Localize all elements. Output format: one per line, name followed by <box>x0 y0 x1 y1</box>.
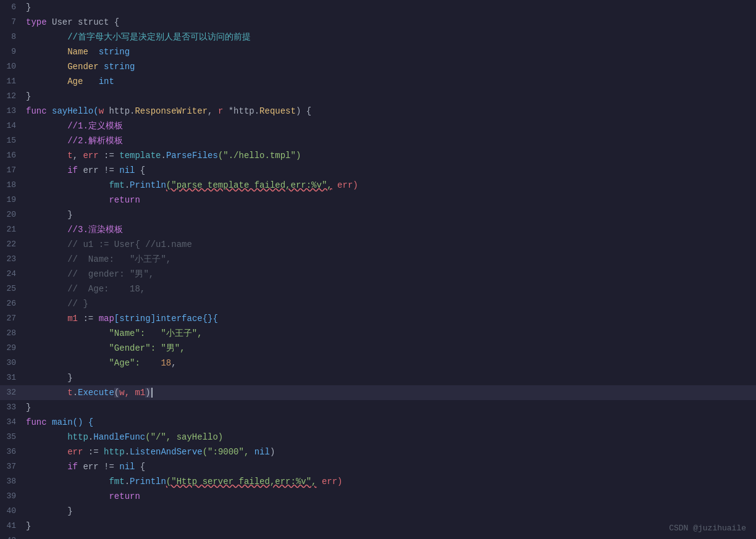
line-number: 19 <box>0 193 26 207</box>
code-line: 20 } <box>0 207 756 222</box>
line-number: 23 <box>0 252 26 267</box>
code-line: 23 // Name: "小王子", <box>0 252 756 267</box>
line-content: func main() { <box>26 415 756 430</box>
line-content: //2.解析模板 <box>26 133 756 148</box>
line-content: } <box>26 207 756 222</box>
line-content: // Age: 18, <box>26 282 756 296</box>
line-content: } <box>26 89 756 104</box>
line-content: // Name: "小王子", <box>26 252 756 267</box>
line-number: 11 <box>0 74 26 89</box>
code-line: 27 m1 := map[string]interface{}{ <box>0 311 756 326</box>
code-line: 12} <box>0 89 756 104</box>
code-line: 9 Name string <box>0 44 756 59</box>
line-number: 38 <box>0 474 26 489</box>
line-content: if err != nil { <box>26 459 756 474</box>
line-content: type User struct { <box>26 15 756 30</box>
line-content: } <box>26 370 756 385</box>
line-number: 20 <box>0 207 26 222</box>
line-number: 9 <box>0 44 26 59</box>
line-content: Name string <box>26 44 756 59</box>
code-line: 8 //首字母大小写是决定别人是否可以访问的前提 <box>0 30 756 44</box>
code-line: 15 //2.解析模板 <box>0 133 756 148</box>
code-line: 6} <box>0 0 756 15</box>
code-line: 31 } <box>0 370 756 385</box>
line-number: 29 <box>0 341 26 356</box>
line-number: 41 <box>0 519 26 533</box>
line-number: 12 <box>0 89 26 104</box>
line-number: 25 <box>0 282 26 296</box>
code-line: 33} <box>0 400 756 415</box>
code-line: 25 // Age: 18, <box>0 282 756 296</box>
line-content: //3.渲染模板 <box>26 222 756 237</box>
line-content: "Name": "小王子", <box>26 326 756 341</box>
line-content: } <box>26 519 756 533</box>
line-number: 39 <box>0 489 26 504</box>
line-number: 27 <box>0 311 26 326</box>
code-line: 32 t.Execute(w, m1) <box>0 385 756 400</box>
code-line: 13func sayHello(w http.ResponseWriter, r… <box>0 104 756 119</box>
line-number: 8 <box>0 30 26 44</box>
line-content: t, err := template.ParseFiles("./hello.t… <box>26 148 756 163</box>
code-line: 10 Gender string <box>0 59 756 74</box>
line-content: err := http.ListenAndServe(":9000", nil) <box>26 445 756 459</box>
line-number: 36 <box>0 445 26 459</box>
line-number: 35 <box>0 430 26 445</box>
line-number: 40 <box>0 504 26 519</box>
code-line: 37 if err != nil { <box>0 459 756 474</box>
watermark: CSDN @juzihuaile <box>669 524 746 533</box>
line-number: 17 <box>0 163 26 178</box>
code-line: 21 //3.渲染模板 <box>0 222 756 237</box>
code-line: 16 t, err := template.ParseFiles("./hell… <box>0 148 756 163</box>
code-line: 36 err := http.ListenAndServe(":9000", n… <box>0 445 756 459</box>
line-number: 16 <box>0 148 26 163</box>
line-content: fmt.Println("Http server failed,err:%v",… <box>26 474 756 489</box>
code-line: 28 "Name": "小王子", <box>0 326 756 341</box>
code-editor: 6}7type User struct {8 //首字母大小写是决定别人是否可以… <box>0 0 756 539</box>
line-content: return <box>26 193 756 207</box>
line-number: 22 <box>0 237 26 252</box>
line-number: 15 <box>0 133 26 148</box>
code-line: 30 "Age": 18, <box>0 356 756 370</box>
line-content: // } <box>26 296 756 311</box>
line-number: 32 <box>0 385 26 400</box>
line-content: //1.定义模板 <box>26 119 756 133</box>
line-content: // gender: "男", <box>26 267 756 282</box>
line-number: 26 <box>0 296 26 311</box>
line-number: 21 <box>0 222 26 237</box>
line-content: // u1 := User{ //u1.name <box>26 237 756 252</box>
line-content: m1 := map[string]interface{}{ <box>26 311 756 326</box>
line-content: http.HandleFunc("/", sayHello) <box>26 430 756 445</box>
line-number: 18 <box>0 178 26 193</box>
line-number: 33 <box>0 400 26 415</box>
line-number: 14 <box>0 119 26 133</box>
line-content: } <box>26 504 756 519</box>
code-line: 11 Age int <box>0 74 756 89</box>
code-line: 22 // u1 := User{ //u1.name <box>0 237 756 252</box>
code-line: 34func main() { <box>0 415 756 430</box>
code-line: 40 } <box>0 504 756 519</box>
line-content: t.Execute(w, m1) <box>26 385 756 400</box>
code-line: 35 http.HandleFunc("/", sayHello) <box>0 430 756 445</box>
code-line: 17 if err != nil { <box>0 163 756 178</box>
code-line: 24 // gender: "男", <box>0 267 756 282</box>
line-content: } <box>26 400 756 415</box>
line-number: 31 <box>0 370 26 385</box>
line-number: 24 <box>0 267 26 282</box>
code-line: 7type User struct { <box>0 15 756 30</box>
line-content: //首字母大小写是决定别人是否可以访问的前提 <box>26 30 756 44</box>
code-line: 29 "Gender": "男", <box>0 341 756 356</box>
line-content: func sayHello(w http.ResponseWriter, r *… <box>26 104 756 119</box>
line-content: fmt.Println("parse template failed,err:%… <box>26 178 756 193</box>
line-number: 30 <box>0 356 26 370</box>
code-line: 18 fmt.Println("parse template failed,er… <box>0 178 756 193</box>
code-line: 41} <box>0 519 756 533</box>
line-number: 10 <box>0 59 26 74</box>
line-number: 28 <box>0 326 26 341</box>
line-content: Gender string <box>26 59 756 74</box>
code-line: 26 // } <box>0 296 756 311</box>
line-content: } <box>26 0 756 15</box>
line-number: 42 <box>0 533 26 539</box>
code-line: 42 <box>0 533 756 539</box>
line-number: 7 <box>0 15 26 30</box>
line-content: Age int <box>26 74 756 89</box>
